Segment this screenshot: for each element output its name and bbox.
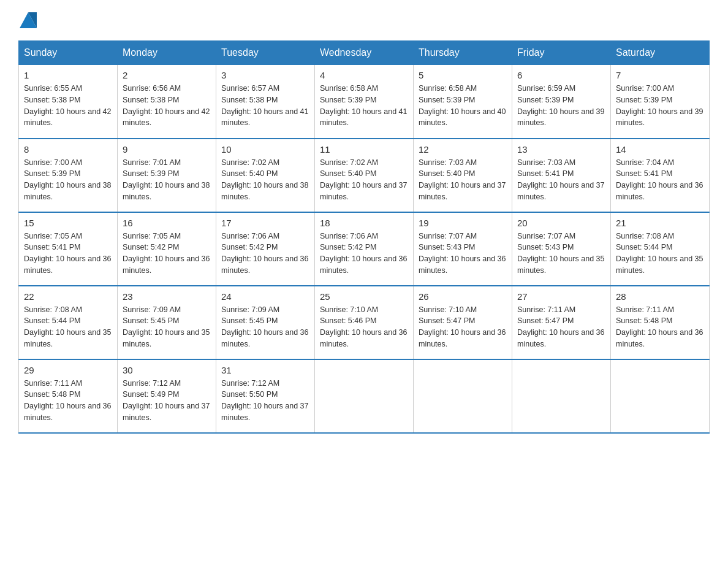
header-day-saturday: Saturday xyxy=(611,41,710,65)
day-info: Sunrise: 6:59 AMSunset: 5:39 PMDaylight:… xyxy=(517,83,605,129)
empty-cell xyxy=(512,359,611,433)
day-info: Sunrise: 7:11 AMSunset: 5:47 PMDaylight:… xyxy=(517,304,605,350)
empty-cell xyxy=(611,359,710,433)
day-cell-7: 7 Sunrise: 7:00 AMSunset: 5:39 PMDayligh… xyxy=(611,65,710,139)
day-info: Sunrise: 7:00 AMSunset: 5:39 PMDaylight:… xyxy=(616,83,704,129)
day-number: 5 xyxy=(419,70,507,80)
day-cell-18: 18 Sunrise: 7:06 AMSunset: 5:42 PMDaylig… xyxy=(315,212,414,286)
day-info: Sunrise: 6:55 AMSunset: 5:38 PMDaylight:… xyxy=(24,83,112,129)
header-day-monday: Monday xyxy=(118,41,216,65)
day-number: 31 xyxy=(221,365,309,375)
day-cell-15: 15 Sunrise: 7:05 AMSunset: 5:41 PMDaylig… xyxy=(19,212,118,286)
day-info: Sunrise: 7:12 AMSunset: 5:50 PMDaylight:… xyxy=(221,378,309,424)
day-info: Sunrise: 7:11 AMSunset: 5:48 PMDaylight:… xyxy=(24,378,112,424)
day-cell-17: 17 Sunrise: 7:06 AMSunset: 5:42 PMDaylig… xyxy=(216,212,315,286)
day-cell-28: 28 Sunrise: 7:11 AMSunset: 5:48 PMDaylig… xyxy=(611,286,710,359)
empty-cell xyxy=(315,359,414,433)
day-cell-3: 3 Sunrise: 6:57 AMSunset: 5:38 PMDayligh… xyxy=(216,65,315,139)
day-number: 9 xyxy=(123,144,211,155)
day-number: 20 xyxy=(517,218,605,228)
day-number: 6 xyxy=(517,70,605,80)
week-row-1: 1 Sunrise: 6:55 AMSunset: 5:38 PMDayligh… xyxy=(19,65,710,139)
calendar-table: SundayMondayTuesdayWednesdayThursdayFrid… xyxy=(18,40,710,434)
day-cell-19: 19 Sunrise: 7:07 AMSunset: 5:43 PMDaylig… xyxy=(414,212,512,286)
day-info: Sunrise: 6:57 AMSunset: 5:38 PMDaylight:… xyxy=(221,83,309,129)
day-cell-10: 10 Sunrise: 7:02 AMSunset: 5:40 PMDaylig… xyxy=(216,139,315,212)
logo xyxy=(18,12,37,28)
day-number: 19 xyxy=(419,218,507,228)
day-info: Sunrise: 7:01 AMSunset: 5:39 PMDaylight:… xyxy=(123,157,211,203)
day-info: Sunrise: 7:10 AMSunset: 5:47 PMDaylight:… xyxy=(419,304,507,350)
day-number: 16 xyxy=(123,218,211,228)
day-cell-12: 12 Sunrise: 7:03 AMSunset: 5:40 PMDaylig… xyxy=(414,139,512,212)
day-cell-16: 16 Sunrise: 7:05 AMSunset: 5:42 PMDaylig… xyxy=(118,212,216,286)
day-info: Sunrise: 7:07 AMSunset: 5:43 PMDaylight:… xyxy=(419,231,507,277)
day-cell-25: 25 Sunrise: 7:10 AMSunset: 5:46 PMDaylig… xyxy=(315,286,414,359)
day-number: 1 xyxy=(24,70,112,80)
day-cell-31: 31 Sunrise: 7:12 AMSunset: 5:50 PMDaylig… xyxy=(216,359,315,433)
day-cell-6: 6 Sunrise: 6:59 AMSunset: 5:39 PMDayligh… xyxy=(512,65,611,139)
header-day-tuesday: Tuesday xyxy=(216,41,315,65)
day-cell-26: 26 Sunrise: 7:10 AMSunset: 5:47 PMDaylig… xyxy=(414,286,512,359)
day-cell-11: 11 Sunrise: 7:02 AMSunset: 5:40 PMDaylig… xyxy=(315,139,414,212)
day-number: 7 xyxy=(616,70,704,80)
day-cell-1: 1 Sunrise: 6:55 AMSunset: 5:38 PMDayligh… xyxy=(19,65,118,139)
header-day-thursday: Thursday xyxy=(414,41,512,65)
page-header xyxy=(18,12,710,28)
day-number: 14 xyxy=(616,144,704,155)
day-cell-24: 24 Sunrise: 7:09 AMSunset: 5:45 PMDaylig… xyxy=(216,286,315,359)
day-number: 24 xyxy=(221,291,309,302)
logo-icon xyxy=(20,12,37,28)
day-number: 10 xyxy=(221,144,309,155)
day-info: Sunrise: 7:11 AMSunset: 5:48 PMDaylight:… xyxy=(616,304,704,350)
day-cell-30: 30 Sunrise: 7:12 AMSunset: 5:49 PMDaylig… xyxy=(118,359,216,433)
day-cell-23: 23 Sunrise: 7:09 AMSunset: 5:45 PMDaylig… xyxy=(118,286,216,359)
day-info: Sunrise: 7:03 AMSunset: 5:41 PMDaylight:… xyxy=(517,157,605,203)
day-number: 29 xyxy=(24,365,112,375)
day-cell-20: 20 Sunrise: 7:07 AMSunset: 5:43 PMDaylig… xyxy=(512,212,611,286)
week-row-2: 8 Sunrise: 7:00 AMSunset: 5:39 PMDayligh… xyxy=(19,139,710,212)
day-cell-5: 5 Sunrise: 6:58 AMSunset: 5:39 PMDayligh… xyxy=(414,65,512,139)
day-number: 30 xyxy=(123,365,211,375)
day-cell-13: 13 Sunrise: 7:03 AMSunset: 5:41 PMDaylig… xyxy=(512,139,611,212)
day-number: 18 xyxy=(320,218,408,228)
day-number: 21 xyxy=(616,218,704,228)
week-row-3: 15 Sunrise: 7:05 AMSunset: 5:41 PMDaylig… xyxy=(19,212,710,286)
day-number: 12 xyxy=(419,144,507,155)
empty-cell xyxy=(414,359,512,433)
day-info: Sunrise: 7:12 AMSunset: 5:49 PMDaylight:… xyxy=(123,378,211,424)
day-number: 26 xyxy=(419,291,507,302)
header-day-friday: Friday xyxy=(512,41,611,65)
day-number: 3 xyxy=(221,70,309,80)
day-cell-14: 14 Sunrise: 7:04 AMSunset: 5:41 PMDaylig… xyxy=(611,139,710,212)
day-number: 25 xyxy=(320,291,408,302)
day-info: Sunrise: 7:05 AMSunset: 5:41 PMDaylight:… xyxy=(24,231,112,277)
day-info: Sunrise: 7:02 AMSunset: 5:40 PMDaylight:… xyxy=(221,157,309,203)
day-number: 17 xyxy=(221,218,309,228)
day-number: 4 xyxy=(320,70,408,80)
day-number: 11 xyxy=(320,144,408,155)
day-info: Sunrise: 7:06 AMSunset: 5:42 PMDaylight:… xyxy=(221,231,309,277)
day-number: 27 xyxy=(517,291,605,302)
day-info: Sunrise: 7:05 AMSunset: 5:42 PMDaylight:… xyxy=(123,231,211,277)
day-cell-9: 9 Sunrise: 7:01 AMSunset: 5:39 PMDayligh… xyxy=(118,139,216,212)
header-day-sunday: Sunday xyxy=(19,41,118,65)
day-info: Sunrise: 7:10 AMSunset: 5:46 PMDaylight:… xyxy=(320,304,408,350)
week-row-4: 22 Sunrise: 7:08 AMSunset: 5:44 PMDaylig… xyxy=(19,286,710,359)
day-cell-21: 21 Sunrise: 7:08 AMSunset: 5:44 PMDaylig… xyxy=(611,212,710,286)
day-info: Sunrise: 7:09 AMSunset: 5:45 PMDaylight:… xyxy=(123,304,211,350)
day-cell-27: 27 Sunrise: 7:11 AMSunset: 5:47 PMDaylig… xyxy=(512,286,611,359)
day-info: Sunrise: 6:56 AMSunset: 5:38 PMDaylight:… xyxy=(123,83,211,129)
day-number: 22 xyxy=(24,291,112,302)
day-number: 15 xyxy=(24,218,112,228)
day-info: Sunrise: 7:08 AMSunset: 5:44 PMDaylight:… xyxy=(616,231,704,277)
week-row-5: 29 Sunrise: 7:11 AMSunset: 5:48 PMDaylig… xyxy=(19,359,710,433)
day-info: Sunrise: 7:00 AMSunset: 5:39 PMDaylight:… xyxy=(24,157,112,203)
day-info: Sunrise: 7:02 AMSunset: 5:40 PMDaylight:… xyxy=(320,157,408,203)
day-number: 13 xyxy=(517,144,605,155)
day-info: Sunrise: 7:08 AMSunset: 5:44 PMDaylight:… xyxy=(24,304,112,350)
header-row: SundayMondayTuesdayWednesdayThursdayFrid… xyxy=(19,41,710,65)
day-cell-2: 2 Sunrise: 6:56 AMSunset: 5:38 PMDayligh… xyxy=(118,65,216,139)
day-cell-22: 22 Sunrise: 7:08 AMSunset: 5:44 PMDaylig… xyxy=(19,286,118,359)
day-cell-8: 8 Sunrise: 7:00 AMSunset: 5:39 PMDayligh… xyxy=(19,139,118,212)
